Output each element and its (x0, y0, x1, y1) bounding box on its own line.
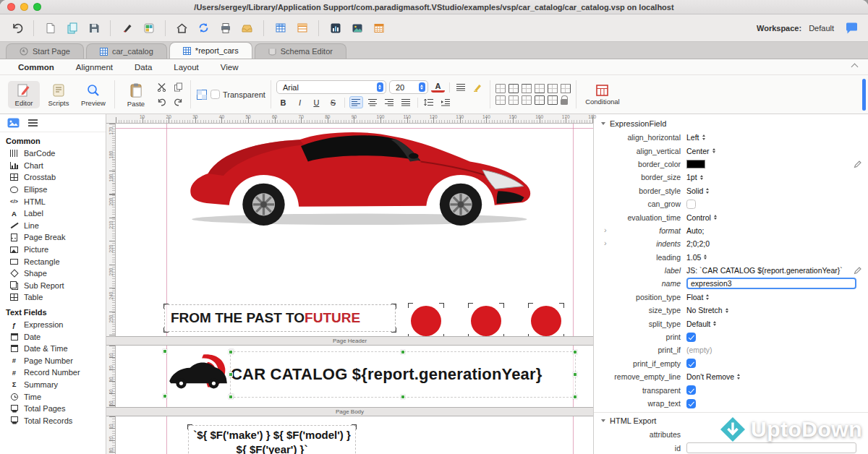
sidebar-item-ellipse[interactable]: Ellipse (0, 184, 106, 196)
properties-header[interactable]: ExpressionField (594, 116, 868, 131)
sync-button[interactable] (194, 18, 213, 38)
insert-chart-button[interactable] (326, 18, 345, 38)
menu-item-alignment[interactable]: Alignment (65, 63, 124, 72)
transparent-checkbox[interactable] (210, 90, 220, 99)
id-input[interactable] (686, 442, 856, 453)
align-right-button[interactable] (383, 96, 396, 108)
sidebar-item-summary[interactable]: ΣSummary (0, 379, 106, 391)
menu-hamburger-icon[interactable] (28, 119, 38, 121)
banner-text-field[interactable]: FROM THE PAST TO FUTURE (164, 304, 396, 332)
italic-button[interactable]: I (293, 96, 307, 108)
font-family-select[interactable]: Arial (276, 80, 386, 94)
font-size-select[interactable]: 20 (389, 80, 428, 94)
tab-schema-editor[interactable]: Schema Editor (255, 43, 346, 59)
insert-crosstab-button[interactable] (369, 18, 388, 38)
border-left-icon[interactable] (548, 84, 558, 93)
sidebar-item-total-pages[interactable]: Total Pages (0, 403, 106, 415)
sidebar-item-date-time[interactable]: Date & Time (0, 343, 106, 355)
expand-format-chevron[interactable]: › (604, 226, 607, 234)
preview-mode-button[interactable]: Preview (77, 81, 109, 108)
sidebar-item-table[interactable]: Table (0, 291, 106, 304)
indents-value[interactable]: 2;0;2;0 (686, 239, 710, 248)
print-checkbox[interactable] (686, 333, 696, 342)
close-window-button[interactable] (7, 3, 15, 11)
pen-tool-button[interactable] (117, 18, 137, 38)
collapse-ribbon-chevron-icon[interactable] (851, 62, 858, 69)
font-color-button[interactable]: A (431, 82, 445, 93)
tab-report-cars[interactable]: *report_cars (169, 42, 252, 59)
sidebar-item-line[interactable]: Line (0, 220, 106, 232)
split-type-select[interactable]: Default (686, 320, 716, 328)
sidebar-item-picture[interactable]: Picture (0, 244, 106, 256)
insert-table-button[interactable] (271, 18, 290, 38)
name-input[interactable] (686, 278, 856, 289)
border-outer-icon[interactable] (509, 84, 519, 93)
border-size-select[interactable]: 1pt (686, 173, 703, 181)
undo-small-button[interactable] (155, 96, 169, 108)
tab-car-catalog[interactable]: car_catalog (86, 43, 167, 59)
format-value[interactable]: Auto; (686, 226, 705, 235)
border-right-icon[interactable] (561, 84, 571, 93)
color-settings-button[interactable] (139, 18, 158, 38)
editor-mode-button[interactable]: Editor (8, 81, 40, 108)
sidebar-item-time[interactable]: Time (0, 390, 106, 403)
save-button[interactable] (84, 18, 103, 38)
line-spacing-button[interactable] (422, 96, 436, 108)
align-vertical-select[interactable]: Center (686, 147, 715, 155)
align-left-button[interactable] (349, 96, 363, 108)
section-bar-page-header[interactable]: Page Header (106, 336, 593, 346)
sidebar-item-page-number[interactable]: #Page Number (0, 355, 106, 367)
print-if-empty-checkbox[interactable] (686, 359, 696, 368)
menu-item-data[interactable]: Data (124, 63, 163, 72)
border-style-select[interactable]: Solid (686, 187, 709, 195)
duplicate-button[interactable] (62, 18, 82, 38)
components-panel-icon[interactable] (7, 118, 20, 128)
sidebar-item-label[interactable]: ALabel (0, 207, 106, 220)
indent-button[interactable] (439, 96, 453, 108)
section-bar-page-body[interactable]: Page Body (106, 407, 593, 416)
print-if-value[interactable]: (empty) (686, 346, 712, 354)
sidebar-item-rectangle[interactable]: Rectangle (0, 255, 106, 267)
size-type-select[interactable]: No Stretch (686, 306, 728, 314)
strikethrough-button[interactable]: S (326, 96, 340, 108)
align-center-button[interactable] (366, 96, 380, 108)
red-circle-shape-1[interactable] (409, 304, 443, 336)
title-expression-field[interactable]: CAR CATALOG ${report.generationYear} (230, 351, 576, 398)
label-value[interactable]: JS: `CAR CATALOG ${report.generationYear… (686, 266, 843, 275)
transparent-prop-checkbox[interactable] (686, 385, 696, 395)
wrap-text-checkbox[interactable] (686, 399, 696, 408)
export-button[interactable] (237, 18, 257, 38)
detail-expression-field[interactable]: `${ $F('make') } ${ $F('model') } ${ $F(… (188, 425, 356, 454)
align-horizontal-select[interactable]: Left (686, 133, 705, 142)
sidebar-item-barcode[interactable]: BarCode (0, 147, 106, 160)
leading-select[interactable]: 1.05 (686, 253, 707, 262)
copy-button[interactable] (171, 81, 185, 93)
scripts-mode-button[interactable]: Scripts (43, 81, 75, 108)
conditional-button[interactable]: Conditional (582, 82, 624, 107)
undo-button[interactable] (7, 18, 27, 38)
sidebar-item-expression[interactable]: ƒExpression (0, 319, 106, 331)
border-none-icon[interactable] (535, 95, 545, 105)
insert-band-button[interactable] (292, 18, 312, 38)
menu-item-view[interactable]: View (210, 63, 250, 72)
position-type-select[interactable]: Float (686, 293, 709, 301)
border-bottom-icon[interactable] (535, 84, 545, 93)
sidebar-item-page-break[interactable]: Page Break (0, 231, 106, 244)
remove-empty-line-select[interactable]: Don't Remove (686, 372, 740, 381)
edit-border-color-icon[interactable] (854, 160, 863, 169)
border-horizontal-icon[interactable] (509, 95, 519, 105)
evaluation-time-select[interactable]: Control (686, 213, 717, 222)
red-circle-shape-3[interactable] (529, 304, 563, 336)
ribbon-scrollbar[interactable] (862, 79, 866, 111)
border-top-icon[interactable] (522, 84, 532, 93)
zoom-window-button[interactable] (33, 3, 41, 11)
sidebar-item-shape[interactable]: Shape (0, 267, 106, 280)
menu-item-common[interactable]: Common (7, 63, 65, 72)
chat-button[interactable] (841, 18, 861, 38)
print-button[interactable] (216, 18, 235, 38)
detail-area[interactable]: `${ $F('make') } ${ $F('model') } ${ $F(… (116, 416, 593, 454)
cut-button[interactable] (155, 81, 169, 93)
page-body-area[interactable]: CAR CATALOG ${report.generationYear} (116, 346, 593, 407)
paste-button[interactable]: Paste (120, 80, 152, 109)
tab-start-page[interactable]: Start Page (6, 43, 84, 59)
